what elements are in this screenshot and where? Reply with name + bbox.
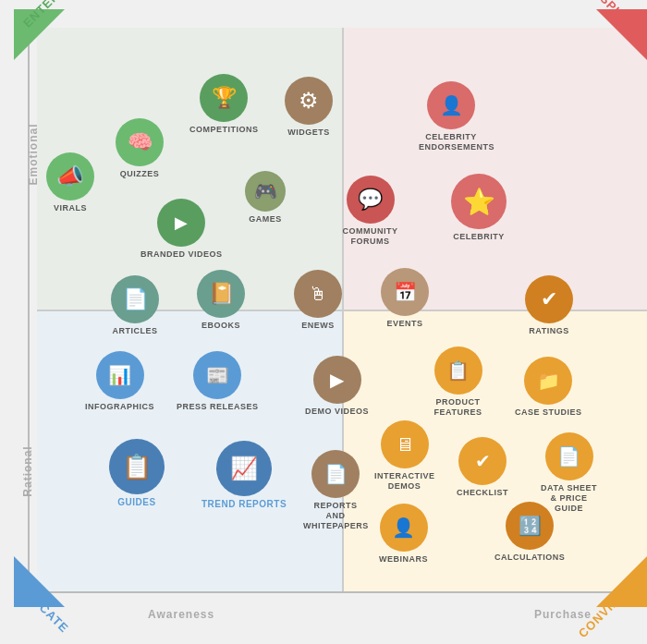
widgets-icon: ⚙: [285, 77, 333, 125]
widgets-label: WIDGETS: [287, 128, 330, 138]
item-interactive-demos[interactable]: 🖥 INTERACTIVE DEMOS: [374, 420, 434, 492]
webinars-icon: 👤: [380, 504, 428, 552]
ratings-icon: ✔: [525, 275, 573, 323]
branded-videos-label: BRANDED VIDEOS: [140, 249, 223, 260]
x-axis-arrow: [37, 591, 647, 593]
competitions-icon: 🏆: [200, 74, 248, 122]
item-case-studies[interactable]: 📁 CASE STUDIES: [515, 357, 582, 418]
item-events[interactable]: 📅 EVENTS: [381, 268, 429, 329]
ebooks-icon: 📔: [197, 270, 245, 318]
demo-videos-icon: ▶: [313, 356, 361, 404]
item-enews[interactable]: 🖱 ENEWS: [294, 270, 342, 331]
checklist-label: CHECKLIST: [457, 488, 508, 498]
competitions-label: COMPETITIONS: [189, 125, 259, 135]
demo-videos-label: DEMO VIDEOS: [305, 407, 369, 417]
item-ratings[interactable]: ✔ RATINGS: [525, 275, 573, 336]
item-articles[interactable]: 📄 ARTICLES: [111, 275, 159, 336]
item-celebrity[interactable]: ⭐ CELEBRITY: [451, 174, 507, 242]
y-axis-arrow: [28, 28, 30, 591]
community-forums-icon: 💬: [347, 176, 395, 224]
label-emotional: Emotional: [27, 123, 40, 185]
articles-icon: 📄: [111, 275, 159, 323]
virals-label: VIRALS: [54, 203, 87, 213]
item-guides[interactable]: 📋 GUIDES: [109, 439, 165, 508]
item-checklist[interactable]: ✔ CHECKLIST: [457, 437, 508, 498]
trend-reports-label: TREND REPORTS: [201, 499, 287, 510]
infographics-label: INFOGRAPHICS: [85, 402, 154, 412]
item-press-releases[interactable]: 📰 PRESS RELEASES: [177, 351, 259, 412]
press-releases-label: PRESS RELEASES: [177, 402, 259, 412]
label-purchase: Purchase: [534, 608, 592, 621]
checklist-icon: ✔: [458, 437, 507, 485]
item-community-forums[interactable]: 💬 COMMUNITY FORUMS: [340, 176, 400, 247]
infographics-icon: 📊: [96, 351, 144, 399]
item-infographics[interactable]: 📊 INFOGRAPHICS: [85, 351, 154, 412]
webinars-label: WEBINARS: [379, 554, 428, 565]
item-trend-reports[interactable]: 📈 TREND REPORTS: [201, 441, 287, 510]
celebrity-icon: ⭐: [451, 174, 507, 229]
product-features-label: PRODUCT FEATURES: [428, 397, 488, 418]
item-ebooks[interactable]: 📔 EBOOKS: [197, 270, 245, 331]
virals-icon: 📣: [46, 152, 94, 200]
ebooks-label: EBOOKS: [201, 321, 240, 331]
reports-whitepapers-icon: 📄: [311, 450, 360, 498]
item-product-features[interactable]: 📋 PRODUCT FEATURES: [428, 346, 488, 418]
item-quizzes[interactable]: 🧠 QUIZZES: [116, 118, 164, 179]
articles-label: ARTICLES: [113, 326, 158, 336]
case-studies-icon: 📁: [524, 357, 572, 405]
branded-videos-icon: ▶: [157, 199, 205, 247]
case-studies-label: CASE STUDIES: [515, 407, 582, 418]
games-label: GAMES: [249, 214, 282, 225]
item-virals[interactable]: 📣 VIRALS: [46, 152, 94, 213]
item-competitions[interactable]: 🏆 COMPETITIONS: [189, 74, 259, 135]
calculations-label: CALCULATIONS: [494, 553, 565, 563]
reports-whitepapers-label: REPORTS AND WHITEPAPERS: [303, 501, 368, 530]
guides-label: GUIDES: [117, 497, 155, 508]
events-label: EVENTS: [386, 319, 422, 329]
ratings-label: RATINGS: [529, 326, 568, 336]
item-games[interactable]: 🎮 GAMES: [245, 171, 286, 225]
quizzes-icon: 🧠: [116, 118, 164, 166]
celebrity-label: CELEBRITY: [453, 232, 505, 242]
community-forums-label: COMMUNITY FORUMS: [340, 226, 400, 247]
enews-label: ENEWS: [301, 321, 335, 331]
item-widgets[interactable]: ⚙ WIDGETS: [285, 77, 333, 138]
label-awareness: Awareness: [148, 608, 214, 621]
games-icon: 🎮: [245, 171, 286, 212]
events-icon: 📅: [381, 268, 429, 316]
trend-reports-icon: 📈: [216, 441, 272, 496]
celebrity-endorsements-icon: 👤: [427, 81, 475, 129]
item-demo-videos[interactable]: ▶ DEMO VIDEOS: [305, 356, 369, 417]
calculations-icon: 🔢: [506, 502, 554, 550]
quizzes-label: QUIZZES: [120, 169, 160, 179]
label-rational: Rational: [21, 445, 34, 496]
item-celebrity-endorsements[interactable]: 👤 CELEBRITY ENDORSEMENTS: [419, 81, 483, 152]
enews-icon: 🖱: [294, 270, 342, 318]
chart-container: ENTERTAIN INSPIRE EDUCATE CONVINCE Emoti…: [0, 0, 647, 644]
interactive-demos-label: INTERACTIVE DEMOS: [374, 471, 434, 492]
celebrity-endorsements-label: CELEBRITY ENDORSEMENTS: [419, 132, 483, 152]
interactive-demos-icon: 🖥: [381, 420, 429, 468]
press-releases-icon: 📰: [193, 351, 241, 399]
item-reports-whitepapers[interactable]: 📄 REPORTS AND WHITEPAPERS: [303, 450, 368, 530]
product-features-icon: 📋: [434, 346, 482, 395]
data-sheet-icon: 📄: [545, 432, 593, 480]
item-calculations[interactable]: 🔢 CALCULATIONS: [494, 502, 565, 563]
item-branded-videos[interactable]: ▶ BRANDED VIDEOS: [140, 199, 223, 260]
item-webinars[interactable]: 👤 WEBINARS: [379, 504, 428, 565]
guides-icon: 📋: [109, 439, 165, 494]
